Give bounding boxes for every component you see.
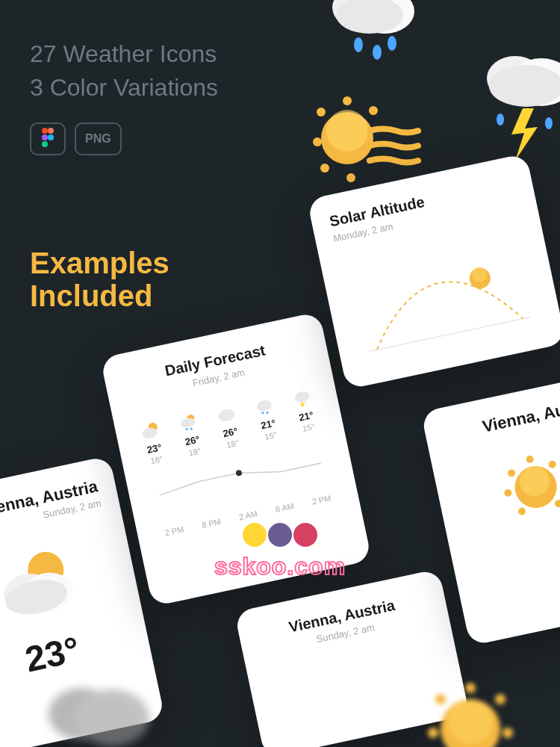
svg-point-3 [48, 134, 54, 140]
svg-point-56 [435, 694, 446, 704]
svg-point-55 [448, 699, 493, 744]
temp-lo: 18° [225, 438, 240, 449]
partly-cloudy-icon [0, 537, 89, 629]
svg-point-49 [503, 489, 512, 498]
svg-point-48 [507, 468, 516, 477]
svg-point-34 [217, 408, 236, 423]
rain-icon [176, 411, 200, 433]
svg-point-1 [48, 128, 54, 134]
temp-hi: 26° [222, 426, 238, 440]
temp-lo: 18° [187, 446, 202, 457]
sun-icon [491, 443, 560, 532]
svg-point-51 [554, 499, 560, 508]
svg-point-59 [428, 728, 438, 738]
temp-hi: 26° [184, 433, 200, 447]
svg-point-17 [320, 164, 329, 173]
storm-cloud-icon [470, 45, 560, 167]
svg-point-57 [465, 683, 476, 693]
forecast-item: 21° 15° [290, 387, 320, 435]
svg-point-14 [343, 96, 352, 105]
face-icon [268, 523, 292, 547]
svg-point-39 [235, 469, 242, 476]
sun-wind-icon [306, 90, 426, 190]
time-label: 2 PM [311, 493, 332, 506]
svg-point-12 [326, 110, 368, 152]
watermark-faces [243, 523, 317, 547]
temp-lo: 18° [150, 454, 164, 465]
svg-point-46 [548, 460, 557, 469]
svg-point-22 [497, 114, 504, 125]
promo-header: 27 Weather Icons 3 Color Variations PNG [30, 37, 218, 155]
storm-icon [290, 387, 314, 409]
forecast-item: 23° 18° [138, 419, 168, 467]
time-label: 8 PM [201, 517, 222, 530]
svg-point-58 [495, 694, 505, 704]
figma-badge [30, 123, 66, 155]
temp-hi: 21° [260, 418, 276, 432]
svg-point-4 [42, 141, 48, 147]
svg-point-9 [373, 45, 382, 60]
watermark-text: sskoo.com [214, 553, 346, 580]
header-line-1: 27 Weather Icons [30, 37, 218, 71]
svg-point-2 [42, 134, 48, 140]
svg-point-16 [313, 137, 322, 146]
svg-point-13 [317, 108, 326, 117]
svg-point-35 [256, 399, 273, 412]
partly-cloudy-icon [138, 419, 162, 441]
temp-hi: 23° [146, 441, 163, 456]
time-label: 2 AM [238, 509, 258, 521]
png-label: PNG [85, 132, 111, 146]
cloudy-icon [214, 403, 238, 424]
svg-point-15 [369, 106, 378, 115]
svg-point-53 [75, 689, 149, 746]
svg-point-32 [185, 428, 188, 431]
svg-point-60 [503, 728, 513, 738]
temp-lo: 15° [264, 430, 278, 441]
svg-point-33 [190, 427, 193, 430]
solar-arc-chart [339, 227, 545, 368]
forecast-item: 26° 18° [176, 411, 206, 459]
face-icon [243, 523, 267, 547]
svg-point-10 [388, 36, 396, 51]
blurred-sun-icon [411, 669, 530, 747]
figma-icon [40, 127, 55, 151]
time-label: 2 PM [164, 524, 185, 537]
svg-point-36 [261, 412, 264, 415]
forecast-item: 26° 18° [214, 403, 244, 450]
time-label: 8 AM [275, 501, 295, 514]
rain-cloud-icon [321, 0, 426, 70]
face-icon [293, 523, 317, 547]
svg-point-18 [346, 173, 355, 182]
svg-point-23 [545, 117, 553, 129]
svg-point-0 [42, 128, 48, 134]
svg-point-37 [266, 412, 269, 415]
svg-point-45 [526, 455, 535, 464]
temp-hi: 21° [298, 409, 314, 424]
svg-point-50 [517, 507, 526, 516]
blurred-cloud-icon [30, 669, 164, 747]
svg-line-40 [370, 317, 530, 352]
location-label: Vienna, Austria [442, 393, 560, 445]
temp-lo: 15° [302, 422, 316, 433]
png-badge: PNG [75, 123, 122, 155]
svg-point-8 [354, 37, 363, 52]
forecast-item: 21° 15° [252, 395, 282, 443]
format-badges: PNG [30, 123, 218, 155]
header-line-2: 3 Color Variations [30, 71, 218, 105]
rain-icon [252, 395, 276, 417]
